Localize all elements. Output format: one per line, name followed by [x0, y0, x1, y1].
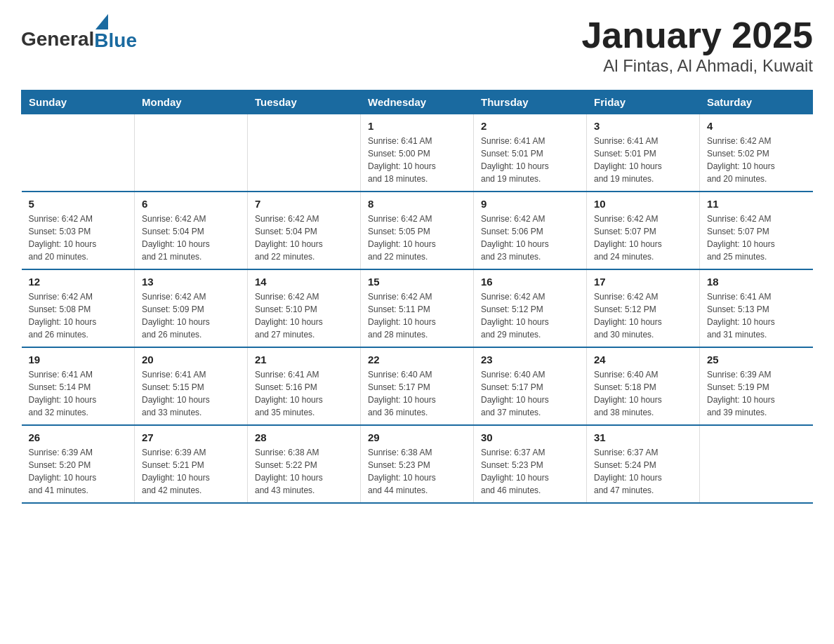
calendar-cell: 6Sunrise: 6:42 AM Sunset: 5:04 PM Daylig… — [135, 192, 248, 269]
calendar-cell: 26Sunrise: 6:39 AM Sunset: 5:20 PM Dayli… — [22, 425, 135, 503]
week-row-2: 5Sunrise: 6:42 AM Sunset: 5:03 PM Daylig… — [22, 192, 813, 269]
day-info: Sunrise: 6:42 AM Sunset: 5:04 PM Dayligh… — [255, 213, 353, 263]
calendar-cell: 29Sunrise: 6:38 AM Sunset: 5:23 PM Dayli… — [361, 425, 474, 503]
page-header: General Blue January 2025 Al Fintas, Al … — [21, 14, 813, 76]
calendar-cell: 3Sunrise: 6:41 AM Sunset: 5:01 PM Daylig… — [587, 114, 700, 192]
calendar-cell: 14Sunrise: 6:42 AM Sunset: 5:10 PM Dayli… — [248, 269, 361, 347]
calendar-cell: 18Sunrise: 6:41 AM Sunset: 5:13 PM Dayli… — [700, 269, 813, 347]
calendar-cell: 30Sunrise: 6:37 AM Sunset: 5:23 PM Dayli… — [474, 425, 587, 503]
page-title: January 2025 — [581, 14, 813, 56]
day-number: 30 — [481, 431, 579, 443]
calendar-cell: 4Sunrise: 6:42 AM Sunset: 5:02 PM Daylig… — [700, 114, 813, 192]
logo-blue-text: Blue — [94, 31, 137, 51]
calendar-cell: 20Sunrise: 6:41 AM Sunset: 5:15 PM Dayli… — [135, 347, 248, 425]
day-number: 27 — [142, 431, 240, 443]
calendar-cell: 19Sunrise: 6:41 AM Sunset: 5:14 PM Dayli… — [22, 347, 135, 425]
logo-general-text: General — [21, 28, 94, 51]
day-info: Sunrise: 6:41 AM Sunset: 5:15 PM Dayligh… — [142, 368, 240, 419]
day-number: 20 — [142, 354, 240, 365]
day-number: 6 — [142, 198, 240, 210]
calendar-cell: 9Sunrise: 6:42 AM Sunset: 5:06 PM Daylig… — [474, 192, 587, 269]
day-info: Sunrise: 6:42 AM Sunset: 5:07 PM Dayligh… — [707, 213, 806, 263]
day-number: 28 — [255, 431, 353, 443]
day-number: 3 — [594, 120, 692, 132]
calendar-cell — [248, 114, 361, 192]
calendar-cell: 10Sunrise: 6:42 AM Sunset: 5:07 PM Dayli… — [587, 192, 700, 269]
week-row-5: 26Sunrise: 6:39 AM Sunset: 5:20 PM Dayli… — [22, 425, 813, 503]
day-number: 23 — [481, 354, 579, 365]
day-number: 24 — [594, 354, 692, 365]
calendar-cell: 31Sunrise: 6:37 AM Sunset: 5:24 PM Dayli… — [587, 425, 700, 503]
calendar-cell: 15Sunrise: 6:42 AM Sunset: 5:11 PM Dayli… — [361, 269, 474, 347]
calendar-cell: 11Sunrise: 6:42 AM Sunset: 5:07 PM Dayli… — [700, 192, 813, 269]
day-number: 10 — [594, 198, 692, 210]
logo-blue-part: Blue — [94, 14, 137, 51]
day-number: 19 — [29, 354, 128, 365]
calendar-cell: 16Sunrise: 6:42 AM Sunset: 5:12 PM Dayli… — [474, 269, 587, 347]
day-info: Sunrise: 6:37 AM Sunset: 5:23 PM Dayligh… — [481, 446, 579, 497]
day-info: Sunrise: 6:42 AM Sunset: 5:04 PM Dayligh… — [142, 213, 240, 263]
day-info: Sunrise: 6:41 AM Sunset: 5:01 PM Dayligh… — [481, 135, 579, 185]
day-info: Sunrise: 6:42 AM Sunset: 5:12 PM Dayligh… — [594, 290, 692, 341]
calendar-cell — [700, 425, 813, 503]
day-number: 21 — [255, 354, 353, 365]
calendar-cell: 13Sunrise: 6:42 AM Sunset: 5:09 PM Dayli… — [135, 269, 248, 347]
day-info: Sunrise: 6:41 AM Sunset: 5:14 PM Dayligh… — [29, 368, 128, 419]
day-info: Sunrise: 6:41 AM Sunset: 5:01 PM Dayligh… — [594, 135, 692, 185]
day-number: 4 — [707, 120, 806, 132]
calendar-cell — [135, 114, 248, 192]
calendar-cell: 24Sunrise: 6:40 AM Sunset: 5:18 PM Dayli… — [587, 347, 700, 425]
day-number: 25 — [707, 354, 806, 365]
column-header-thursday: Thursday — [474, 90, 587, 114]
day-info: Sunrise: 6:40 AM Sunset: 5:18 PM Dayligh… — [594, 368, 692, 419]
week-row-4: 19Sunrise: 6:41 AM Sunset: 5:14 PM Dayli… — [22, 347, 813, 425]
day-info: Sunrise: 6:41 AM Sunset: 5:13 PM Dayligh… — [707, 290, 806, 341]
calendar-cell: 2Sunrise: 6:41 AM Sunset: 5:01 PM Daylig… — [474, 114, 587, 192]
day-number: 2 — [481, 120, 579, 132]
day-info: Sunrise: 6:42 AM Sunset: 5:08 PM Dayligh… — [29, 290, 128, 341]
calendar-cell — [22, 114, 135, 192]
column-header-sunday: Sunday — [22, 90, 135, 114]
day-number: 12 — [29, 276, 128, 288]
day-info: Sunrise: 6:41 AM Sunset: 5:00 PM Dayligh… — [368, 135, 466, 185]
calendar-cell: 27Sunrise: 6:39 AM Sunset: 5:21 PM Dayli… — [135, 425, 248, 503]
calendar-cell: 22Sunrise: 6:40 AM Sunset: 5:17 PM Dayli… — [361, 347, 474, 425]
day-info: Sunrise: 6:42 AM Sunset: 5:12 PM Dayligh… — [481, 290, 579, 341]
day-info: Sunrise: 6:42 AM Sunset: 5:05 PM Dayligh… — [368, 213, 466, 263]
day-info: Sunrise: 6:42 AM Sunset: 5:02 PM Dayligh… — [707, 135, 806, 185]
day-number: 22 — [368, 354, 466, 365]
day-number: 5 — [29, 198, 128, 210]
column-header-saturday: Saturday — [700, 90, 813, 114]
calendar-cell: 1Sunrise: 6:41 AM Sunset: 5:00 PM Daylig… — [361, 114, 474, 192]
calendar-cell: 21Sunrise: 6:41 AM Sunset: 5:16 PM Dayli… — [248, 347, 361, 425]
day-info: Sunrise: 6:39 AM Sunset: 5:21 PM Dayligh… — [142, 446, 240, 497]
day-info: Sunrise: 6:39 AM Sunset: 5:19 PM Dayligh… — [707, 368, 806, 419]
column-header-wednesday: Wednesday — [361, 90, 474, 114]
calendar-table: SundayMondayTuesdayWednesdayThursdayFrid… — [21, 90, 813, 504]
day-info: Sunrise: 6:41 AM Sunset: 5:16 PM Dayligh… — [255, 368, 353, 419]
day-info: Sunrise: 6:42 AM Sunset: 5:06 PM Dayligh… — [481, 213, 579, 263]
calendar-cell: 5Sunrise: 6:42 AM Sunset: 5:03 PM Daylig… — [22, 192, 135, 269]
day-number: 15 — [368, 276, 466, 288]
calendar-cell: 8Sunrise: 6:42 AM Sunset: 5:05 PM Daylig… — [361, 192, 474, 269]
day-info: Sunrise: 6:42 AM Sunset: 5:07 PM Dayligh… — [594, 213, 692, 263]
calendar-cell: 25Sunrise: 6:39 AM Sunset: 5:19 PM Dayli… — [700, 347, 813, 425]
calendar-cell: 28Sunrise: 6:38 AM Sunset: 5:22 PM Dayli… — [248, 425, 361, 503]
week-row-3: 12Sunrise: 6:42 AM Sunset: 5:08 PM Dayli… — [22, 269, 813, 347]
calendar-cell: 17Sunrise: 6:42 AM Sunset: 5:12 PM Dayli… — [587, 269, 700, 347]
day-info: Sunrise: 6:42 AM Sunset: 5:09 PM Dayligh… — [142, 290, 240, 341]
page-subtitle: Al Fintas, Al Ahmadi, Kuwait — [581, 56, 813, 76]
day-number: 31 — [594, 431, 692, 443]
day-info: Sunrise: 6:39 AM Sunset: 5:20 PM Dayligh… — [29, 446, 128, 497]
day-number: 8 — [368, 198, 466, 210]
day-number: 26 — [29, 431, 128, 443]
day-number: 7 — [255, 198, 353, 210]
day-number: 16 — [481, 276, 579, 288]
day-number: 13 — [142, 276, 240, 288]
day-info: Sunrise: 6:42 AM Sunset: 5:03 PM Dayligh… — [29, 213, 128, 263]
title-block: January 2025 Al Fintas, Al Ahmadi, Kuwai… — [581, 14, 813, 76]
day-info: Sunrise: 6:38 AM Sunset: 5:22 PM Dayligh… — [255, 446, 353, 497]
day-number: 18 — [707, 276, 806, 288]
day-number: 29 — [368, 431, 466, 443]
day-info: Sunrise: 6:40 AM Sunset: 5:17 PM Dayligh… — [481, 368, 579, 419]
